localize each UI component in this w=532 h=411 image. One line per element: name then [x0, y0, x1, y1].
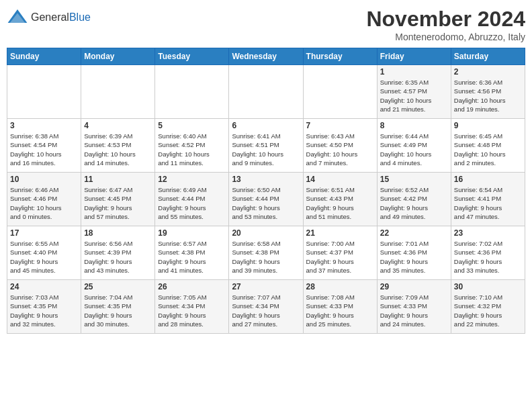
calendar-cell: 15Sunrise: 6:52 AM Sunset: 4:42 PM Dayli… [377, 173, 451, 226]
day-number: 18 [84, 228, 152, 238]
calendar-cell: 3Sunrise: 6:38 AM Sunset: 4:54 PM Daylig… [7, 119, 81, 173]
day-info: Sunrise: 6:40 AM Sunset: 4:52 PM Dayligh… [158, 132, 226, 167]
day-info: Sunrise: 7:03 AM Sunset: 4:35 PM Dayligh… [10, 293, 78, 328]
day-number: 5 [158, 121, 226, 130]
day-number: 27 [232, 282, 300, 291]
day-number: 16 [454, 175, 522, 184]
day-number: 17 [10, 228, 78, 238]
day-number: 14 [306, 175, 374, 184]
logo-general: General [31, 11, 69, 24]
dow-saturday: Saturday [451, 48, 525, 65]
day-info: Sunrise: 6:36 AM Sunset: 4:56 PM Dayligh… [454, 78, 522, 113]
day-info: Sunrise: 6:54 AM Sunset: 4:41 PM Dayligh… [454, 185, 522, 221]
day-number: 11 [84, 175, 152, 184]
logo: GeneralBlue [7, 7, 91, 28]
week-row-3: 10Sunrise: 6:46 AM Sunset: 4:46 PM Dayli… [7, 173, 525, 226]
logo-icon [7, 7, 28, 28]
week-row-4: 17Sunrise: 6:55 AM Sunset: 4:40 PM Dayli… [7, 226, 525, 280]
calendar-cell: 10Sunrise: 6:46 AM Sunset: 4:46 PM Dayli… [7, 173, 81, 226]
calendar-cell: 24Sunrise: 7:03 AM Sunset: 4:35 PM Dayli… [7, 280, 81, 334]
calendar-cell: 21Sunrise: 7:00 AM Sunset: 4:37 PM Dayli… [303, 226, 377, 280]
day-number: 30 [454, 282, 522, 291]
calendar-cell: 22Sunrise: 7:01 AM Sunset: 4:36 PM Dayli… [377, 226, 451, 280]
dow-sunday: Sunday [7, 48, 81, 65]
day-info: Sunrise: 7:05 AM Sunset: 4:34 PM Dayligh… [158, 293, 226, 328]
dow-monday: Monday [81, 48, 155, 65]
day-number: 12 [158, 175, 226, 184]
calendar-cell: 11Sunrise: 6:47 AM Sunset: 4:45 PM Dayli… [81, 173, 155, 226]
page-header: GeneralBlue November 2024 Montenerodomo,… [7, 7, 525, 42]
day-info: Sunrise: 6:52 AM Sunset: 4:42 PM Dayligh… [380, 185, 448, 221]
calendar-cell [303, 65, 377, 119]
calendar-cell: 16Sunrise: 6:54 AM Sunset: 4:41 PM Dayli… [451, 173, 525, 226]
calendar-cell: 7Sunrise: 6:43 AM Sunset: 4:50 PM Daylig… [303, 119, 377, 173]
day-info: Sunrise: 6:41 AM Sunset: 4:51 PM Dayligh… [232, 132, 300, 167]
day-number: 20 [232, 228, 300, 238]
day-number: 23 [454, 228, 522, 238]
calendar-cell: 4Sunrise: 6:39 AM Sunset: 4:53 PM Daylig… [81, 119, 155, 173]
day-info: Sunrise: 6:44 AM Sunset: 4:49 PM Dayligh… [380, 132, 448, 167]
logo-text: GeneralBlue [31, 11, 91, 24]
day-info: Sunrise: 7:09 AM Sunset: 4:33 PM Dayligh… [380, 293, 448, 328]
calendar-cell: 18Sunrise: 6:56 AM Sunset: 4:39 PM Dayli… [81, 226, 155, 280]
day-info: Sunrise: 6:38 AM Sunset: 4:54 PM Dayligh… [10, 132, 78, 167]
week-row-5: 24Sunrise: 7:03 AM Sunset: 4:35 PM Dayli… [7, 280, 525, 334]
day-info: Sunrise: 6:35 AM Sunset: 4:57 PM Dayligh… [380, 78, 448, 113]
dow-thursday: Thursday [303, 48, 377, 65]
month-title: November 2024 [366, 7, 525, 32]
calendar-table: SundayMondayTuesdayWednesdayThursdayFrid… [7, 48, 525, 334]
calendar-cell: 26Sunrise: 7:05 AM Sunset: 4:34 PM Dayli… [155, 280, 229, 334]
day-number: 26 [158, 282, 226, 291]
day-number: 9 [454, 121, 522, 130]
dow-wednesday: Wednesday [229, 48, 303, 65]
day-info: Sunrise: 7:07 AM Sunset: 4:34 PM Dayligh… [232, 293, 300, 328]
calendar-cell: 1Sunrise: 6:35 AM Sunset: 4:57 PM Daylig… [377, 65, 451, 119]
calendar-cell: 29Sunrise: 7:09 AM Sunset: 4:33 PM Dayli… [377, 280, 451, 334]
logo-blue: Blue [69, 11, 91, 24]
day-number: 13 [232, 175, 300, 184]
calendar-cell: 14Sunrise: 6:51 AM Sunset: 4:43 PM Dayli… [303, 173, 377, 226]
day-number: 24 [10, 282, 78, 291]
calendar-cell [229, 65, 303, 119]
day-number: 1 [380, 67, 448, 77]
week-row-2: 3Sunrise: 6:38 AM Sunset: 4:54 PM Daylig… [7, 119, 525, 173]
calendar-cell: 28Sunrise: 7:08 AM Sunset: 4:33 PM Dayli… [303, 280, 377, 334]
calendar-cell: 27Sunrise: 7:07 AM Sunset: 4:34 PM Dayli… [229, 280, 303, 334]
day-info: Sunrise: 7:02 AM Sunset: 4:36 PM Dayligh… [454, 239, 522, 275]
day-info: Sunrise: 6:47 AM Sunset: 4:45 PM Dayligh… [84, 185, 152, 221]
day-info: Sunrise: 7:08 AM Sunset: 4:33 PM Dayligh… [306, 293, 374, 328]
day-info: Sunrise: 6:57 AM Sunset: 4:38 PM Dayligh… [158, 239, 226, 275]
calendar-cell: 13Sunrise: 6:50 AM Sunset: 4:44 PM Dayli… [229, 173, 303, 226]
day-info: Sunrise: 6:58 AM Sunset: 4:38 PM Dayligh… [232, 239, 300, 275]
calendar-cell: 6Sunrise: 6:41 AM Sunset: 4:51 PM Daylig… [229, 119, 303, 173]
day-number: 7 [306, 121, 374, 130]
day-info: Sunrise: 6:50 AM Sunset: 4:44 PM Dayligh… [232, 185, 300, 221]
day-number: 22 [380, 228, 448, 238]
day-info: Sunrise: 6:45 AM Sunset: 4:48 PM Dayligh… [454, 132, 522, 167]
day-number: 2 [454, 67, 522, 77]
calendar-cell: 2Sunrise: 6:36 AM Sunset: 4:56 PM Daylig… [451, 65, 525, 119]
day-info: Sunrise: 7:10 AM Sunset: 4:32 PM Dayligh… [454, 293, 522, 328]
day-info: Sunrise: 6:56 AM Sunset: 4:39 PM Dayligh… [84, 239, 152, 275]
day-number: 28 [306, 282, 374, 291]
dow-friday: Friday [377, 48, 451, 65]
day-info: Sunrise: 6:49 AM Sunset: 4:44 PM Dayligh… [158, 185, 226, 221]
calendar-cell: 30Sunrise: 7:10 AM Sunset: 4:32 PM Dayli… [451, 280, 525, 334]
calendar-cell: 25Sunrise: 7:04 AM Sunset: 4:35 PM Dayli… [81, 280, 155, 334]
day-info: Sunrise: 7:04 AM Sunset: 4:35 PM Dayligh… [84, 293, 152, 328]
calendar-cell: 17Sunrise: 6:55 AM Sunset: 4:40 PM Dayli… [7, 226, 81, 280]
day-number: 21 [306, 228, 374, 238]
calendar-cell: 8Sunrise: 6:44 AM Sunset: 4:49 PM Daylig… [377, 119, 451, 173]
day-number: 25 [84, 282, 152, 291]
calendar-cell: 12Sunrise: 6:49 AM Sunset: 4:44 PM Dayli… [155, 173, 229, 226]
calendar-cell: 19Sunrise: 6:57 AM Sunset: 4:38 PM Dayli… [155, 226, 229, 280]
day-info: Sunrise: 6:51 AM Sunset: 4:43 PM Dayligh… [306, 185, 374, 221]
day-number: 19 [158, 228, 226, 238]
calendar-cell: 5Sunrise: 6:40 AM Sunset: 4:52 PM Daylig… [155, 119, 229, 173]
day-info: Sunrise: 6:46 AM Sunset: 4:46 PM Dayligh… [10, 185, 78, 221]
day-number: 8 [380, 121, 448, 130]
calendar-cell: 9Sunrise: 6:45 AM Sunset: 4:48 PM Daylig… [451, 119, 525, 173]
day-number: 4 [84, 121, 152, 130]
day-number: 29 [380, 282, 448, 291]
week-row-1: 1Sunrise: 6:35 AM Sunset: 4:57 PM Daylig… [7, 65, 525, 119]
